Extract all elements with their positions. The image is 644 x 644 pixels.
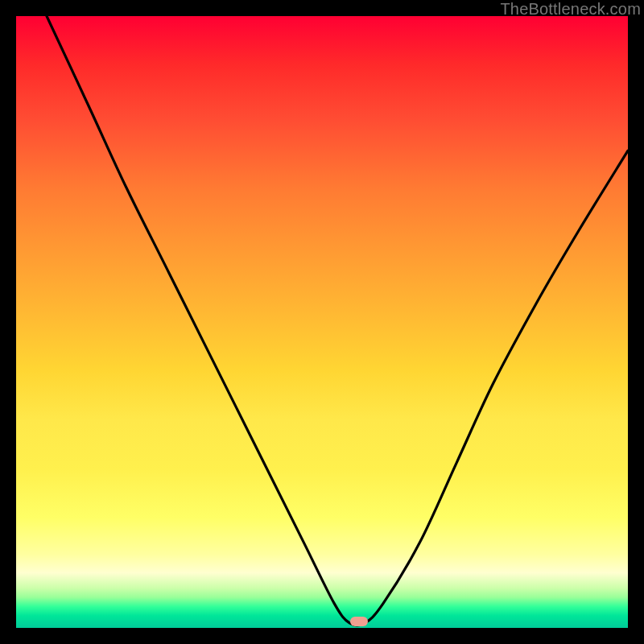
optimal-point-marker [350,617,368,626]
bottleneck-chart: TheBottleneck.com [0,0,644,644]
bottleneck-curve-path [47,16,628,625]
watermark-text: TheBottleneck.com [500,0,641,19]
curve-svg [16,16,628,628]
